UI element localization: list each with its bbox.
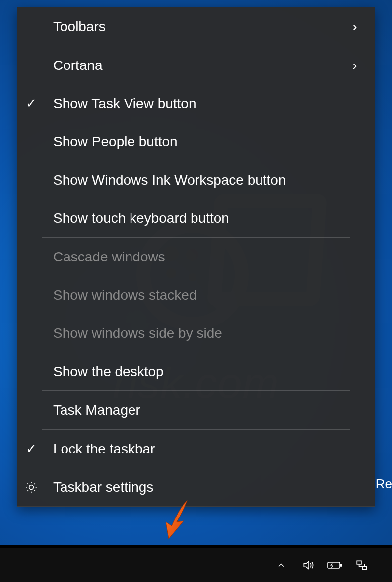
checkmark-icon: ✓ xyxy=(17,96,45,111)
menu-cascade-windows: Cascade windows xyxy=(17,238,375,276)
menu-show-task-view[interactable]: ✓ Show Task View button xyxy=(17,84,375,123)
svg-rect-2 xyxy=(357,561,361,564)
menu-show-desktop[interactable]: Show the desktop xyxy=(17,352,375,390)
menu-taskbar-settings[interactable]: Taskbar settings xyxy=(17,468,375,506)
notification-text-fragment: Re xyxy=(376,476,392,492)
battery-icon[interactable] xyxy=(322,548,348,582)
menu-show-windows-side-by-side: Show windows side by side xyxy=(17,314,375,352)
taskbar[interactable] xyxy=(0,548,392,582)
menu-show-touch-keyboard[interactable]: Show touch keyboard button xyxy=(17,199,375,237)
chevron-right-icon: › xyxy=(348,58,362,73)
checkmark-icon: ✓ xyxy=(17,441,45,456)
menu-show-people[interactable]: Show People button xyxy=(17,123,375,161)
menu-label: Task Manager xyxy=(45,402,362,418)
menu-label: Toolbars xyxy=(45,19,348,35)
menu-label: Show windows stacked xyxy=(45,287,362,303)
menu-label: Show Task View button xyxy=(45,96,362,112)
taskbar-top-border xyxy=(0,545,392,548)
menu-cortana[interactable]: Cortana › xyxy=(17,46,375,84)
chevron-right-icon: › xyxy=(348,19,362,35)
menu-label: Show windows side by side xyxy=(45,325,362,341)
tray-overflow-button[interactable] xyxy=(268,548,295,582)
menu-label: Cascade windows xyxy=(45,249,362,265)
menu-label: Cortana xyxy=(45,58,348,73)
menu-lock-taskbar[interactable]: ✓ Lock the taskbar xyxy=(17,430,375,468)
network-icon[interactable] xyxy=(348,548,375,582)
svg-rect-0 xyxy=(328,562,340,568)
menu-label: Show touch keyboard button xyxy=(45,210,362,226)
menu-label: Show the desktop xyxy=(45,364,362,380)
menu-show-ink-workspace[interactable]: Show Windows Ink Workspace button xyxy=(17,161,375,199)
menu-label: Show Windows Ink Workspace button xyxy=(45,172,362,188)
volume-icon[interactable] xyxy=(295,548,322,582)
svg-rect-1 xyxy=(340,564,342,566)
taskbar-context-menu: Toolbars › Cortana › ✓ Show Task View bu… xyxy=(17,7,375,507)
menu-show-windows-stacked: Show windows stacked xyxy=(17,276,375,314)
gear-icon xyxy=(17,481,45,494)
svg-rect-3 xyxy=(362,566,367,570)
menu-label: Show People button xyxy=(45,134,362,150)
menu-toolbars[interactable]: Toolbars › xyxy=(17,7,375,46)
taskbar-clock[interactable] xyxy=(375,548,385,582)
menu-task-manager[interactable]: Task Manager xyxy=(17,391,375,429)
menu-label: Taskbar settings xyxy=(45,479,362,495)
menu-label: Lock the taskbar xyxy=(45,441,362,457)
